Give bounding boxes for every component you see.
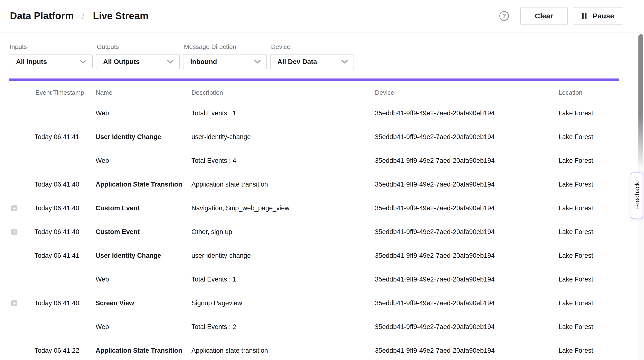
event-description: Application state transition <box>192 181 375 188</box>
event-row[interactable]: Today 06:41:40 Custom Event Other, sign … <box>9 220 619 244</box>
event-location: Lake Forest <box>558 157 619 165</box>
event-name: Web <box>96 110 192 117</box>
filter-select-inputs[interactable]: All Inputs <box>9 54 93 69</box>
expand-event-button[interactable] <box>11 229 17 235</box>
event-timestamp: Today 06:41:41 <box>34 252 96 259</box>
event-row[interactable]: Today 06:41:41 User Identity Change user… <box>9 125 619 149</box>
event-description: user-identity-change <box>192 133 375 141</box>
plus-icon <box>11 205 17 211</box>
event-device: 35eddb41-9ff9-49e2-7aed-20afa90eb194 <box>375 133 558 141</box>
event-timestamp: Today 06:41:40 <box>34 181 96 188</box>
filter-selected-value: Inbound <box>190 58 217 66</box>
event-location: Lake Forest <box>558 252 619 259</box>
filter-label: Inputs <box>9 43 93 51</box>
event-device: 35eddb41-9ff9-49e2-7aed-20afa90eb194 <box>375 228 558 236</box>
events-table: Event TimestampNameDescriptionDeviceLoca… <box>9 81 619 360</box>
event-name: Web <box>96 157 192 165</box>
event-location: Lake Forest <box>558 299 619 307</box>
event-row[interactable]: Today 06:41:40 Screen View Signup Pagevi… <box>9 291 619 315</box>
filter-selected-value: All Outputs <box>103 58 140 66</box>
event-name: Application State Transition <box>96 347 192 355</box>
event-row[interactable]: Web Total Events : 1 35eddb41-9ff9-49e2-… <box>9 101 619 125</box>
filter-label: Message Direction <box>183 43 267 51</box>
filter-select-device[interactable]: All Dev Data <box>270 54 354 69</box>
event-description: Navigation, $mp_web_page_view <box>192 204 375 212</box>
event-description: Signup Pageview <box>192 299 375 307</box>
filter-select-outputs[interactable]: All Outputs <box>96 54 180 69</box>
event-name: User Identity Change <box>96 252 192 259</box>
expand-event-button[interactable] <box>11 300 17 306</box>
events-table-body: Web Total Events : 1 35eddb41-9ff9-49e2-… <box>9 101 619 360</box>
filter-selected-value: All Dev Data <box>277 58 317 66</box>
plus-icon <box>11 229 17 235</box>
event-row[interactable]: Web Total Events : 1 35eddb41-9ff9-49e2-… <box>9 267 619 291</box>
event-row[interactable]: Today 06:41:41 User Identity Change user… <box>9 244 619 267</box>
filters-bar: Inputs All Inputs Outputs All Outputs Me… <box>0 32 644 69</box>
event-name: Web <box>96 276 192 283</box>
column-header-event-timestamp: Event Timestamp <box>34 89 96 96</box>
event-description: Total Events : 4 <box>192 157 375 165</box>
breadcrumb-separator: / <box>82 10 85 21</box>
event-row[interactable]: Today 06:41:40 Application State Transit… <box>9 173 619 196</box>
filter-message-direction: Message Direction Inbound <box>183 43 267 69</box>
event-timestamp: Today 06:41:41 <box>34 133 96 141</box>
event-name: Application State Transition <box>96 181 192 188</box>
event-row[interactable]: Web Total Events : 4 35eddb41-9ff9-49e2-… <box>9 149 619 173</box>
clear-button-label: Clear <box>535 12 553 20</box>
event-location: Lake Forest <box>558 228 619 236</box>
event-timestamp: Today 06:41:40 <box>34 299 96 307</box>
event-row[interactable]: Today 06:41:22 Application State Transit… <box>9 339 619 360</box>
event-description: Total Events : 1 <box>192 110 375 117</box>
event-location: Lake Forest <box>558 276 619 283</box>
scrollbar-thumb[interactable] <box>638 34 643 170</box>
event-device: 35eddb41-9ff9-49e2-7aed-20afa90eb194 <box>375 181 558 188</box>
filter-label: Outputs <box>96 43 180 51</box>
breadcrumb-item-data-platform[interactable]: Data Platform <box>10 10 74 21</box>
event-expand-cell <box>9 205 34 211</box>
help-icon[interactable]: ? <box>500 11 509 21</box>
event-name: Screen View <box>96 299 192 307</box>
breadcrumb: Data Platform / Live Stream <box>10 10 148 21</box>
event-row[interactable]: Web Total Events : 2 35eddb41-9ff9-49e2-… <box>9 315 619 339</box>
feedback-tab-label: Feedback <box>633 182 641 209</box>
event-timestamp: Today 06:41:40 <box>34 228 96 236</box>
event-row[interactable]: Today 06:41:40 Custom Event Navigation, … <box>9 196 619 220</box>
events-table-header: Event TimestampNameDescriptionDeviceLoca… <box>9 81 619 101</box>
filter-label: Device <box>270 43 354 51</box>
event-timestamp: Today 06:41:40 <box>34 204 96 212</box>
feedback-tab[interactable]: Feedback <box>631 173 643 219</box>
breadcrumb-item-live-stream: Live Stream <box>93 10 148 21</box>
page-header: Data Platform / Live Stream ? Clear Paus… <box>0 0 644 32</box>
event-device: 35eddb41-9ff9-49e2-7aed-20afa90eb194 <box>375 276 558 283</box>
chevron-down-icon <box>254 60 260 64</box>
filter-inputs: Inputs All Inputs <box>9 43 93 69</box>
event-device: 35eddb41-9ff9-49e2-7aed-20afa90eb194 <box>375 347 558 355</box>
event-description: Other, sign up <box>192 228 375 236</box>
column-header-device: Device <box>375 89 558 96</box>
event-device: 35eddb41-9ff9-49e2-7aed-20afa90eb194 <box>375 323 558 331</box>
column-header-name: Name <box>96 89 192 96</box>
chevron-down-icon <box>342 60 348 64</box>
event-device: 35eddb41-9ff9-49e2-7aed-20afa90eb194 <box>375 204 558 212</box>
chevron-down-icon <box>167 60 174 64</box>
pause-icon <box>582 12 586 19</box>
event-location: Lake Forest <box>558 181 619 188</box>
event-timestamp: Today 06:41:22 <box>34 347 96 355</box>
event-description: user-identity-change <box>192 252 375 259</box>
event-name: Custom Event <box>96 228 192 236</box>
filter-select-message-direction[interactable]: Inbound <box>183 54 267 69</box>
event-device: 35eddb41-9ff9-49e2-7aed-20afa90eb194 <box>375 110 558 117</box>
event-expand-cell <box>9 300 34 306</box>
event-location: Lake Forest <box>558 323 619 331</box>
clear-button[interactable]: Clear <box>520 7 568 25</box>
event-device: 35eddb41-9ff9-49e2-7aed-20afa90eb194 <box>375 252 558 259</box>
pause-button[interactable]: Pause <box>573 7 623 25</box>
filter-outputs: Outputs All Outputs <box>96 43 180 69</box>
plus-icon <box>11 300 17 306</box>
event-device: 35eddb41-9ff9-49e2-7aed-20afa90eb194 <box>375 299 558 307</box>
event-expand-cell <box>9 229 34 235</box>
event-name: User Identity Change <box>96 133 192 141</box>
chevron-down-icon <box>80 60 86 64</box>
filter-device: Device All Dev Data <box>270 43 354 69</box>
expand-event-button[interactable] <box>11 205 17 211</box>
